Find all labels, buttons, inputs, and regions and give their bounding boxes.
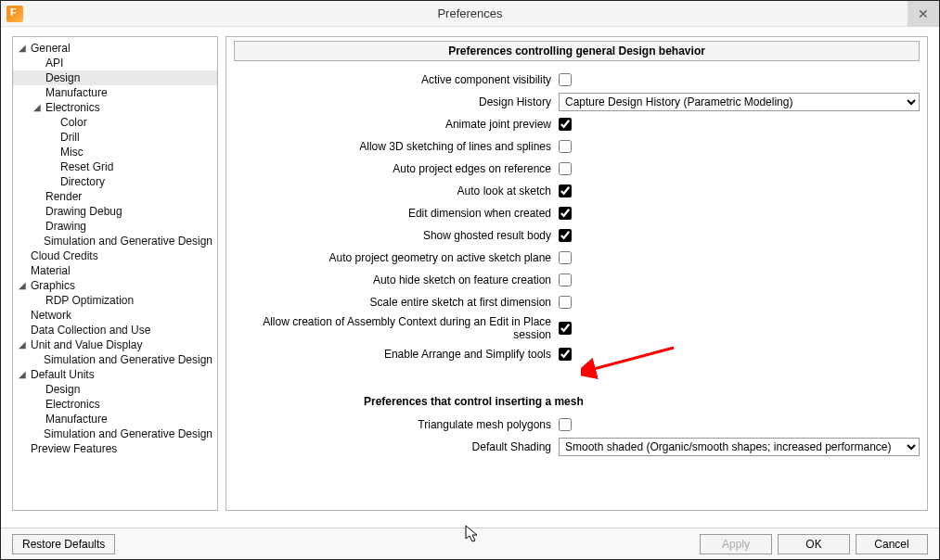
pref-control — [559, 348, 920, 361]
tree-item[interactable]: Manufacture — [32, 412, 217, 426]
pref-checkbox[interactable] — [559, 140, 572, 153]
pref-checkbox[interactable] — [559, 274, 572, 286]
pref-control — [559, 418, 920, 431]
cancel-button[interactable]: Cancel — [856, 534, 928, 554]
tree-item-label: Default Units — [28, 367, 97, 382]
tree-item-label: Drawing Debug — [43, 204, 125, 219]
pref-checkbox[interactable] — [559, 229, 572, 242]
tree-item[interactable]: ◢Graphics — [17, 278, 217, 293]
tree-item-label: Preview Features — [28, 441, 120, 456]
tree-item[interactable]: Reset Grid — [46, 159, 217, 174]
tree-collapse-icon[interactable]: ◢ — [17, 278, 28, 293]
tree-item[interactable]: Simulation and Generative Design — [32, 234, 217, 248]
tree-item[interactable]: Directory — [46, 174, 217, 189]
design-pref-rows: Active component visibilityDesign Histor… — [234, 70, 920, 363]
tree-item-label: Drill — [58, 130, 83, 145]
pref-checkbox[interactable] — [559, 118, 572, 131]
pref-row: Auto look at sketch — [234, 182, 920, 200]
pref-control — [559, 229, 920, 242]
tree-item[interactable]: ◢General — [17, 41, 217, 56]
app-icon — [6, 6, 23, 22]
tree-item-label: Render — [43, 189, 84, 204]
pref-control — [559, 185, 920, 197]
tree-item-label: Material — [28, 263, 73, 278]
pref-control — [559, 296, 920, 309]
tree-item-label: Electronics — [43, 100, 103, 115]
footer-bar: Restore Defaults Apply OK Cancel — [1, 528, 939, 559]
pref-row: Allow 3D sketching of lines and splines — [234, 137, 920, 156]
pref-checkbox[interactable] — [559, 185, 572, 197]
pref-row: Auto project edges on reference — [234, 159, 920, 178]
tree-item[interactable]: Misc — [46, 145, 217, 159]
pref-row: Animate joint preview — [234, 115, 920, 134]
pref-label: Allow creation of Assembly Context durin… — [234, 315, 559, 341]
pref-row: Default ShadingSmooth shaded (Organic/sm… — [234, 438, 920, 456]
preferences-main-panel: Preferences controlling general Design b… — [225, 36, 928, 511]
pref-checkbox[interactable] — [559, 162, 572, 175]
pref-checkbox[interactable] — [559, 296, 572, 309]
tree-item[interactable]: Manufacture — [32, 85, 217, 100]
tree-item-label: Graphics — [28, 278, 78, 293]
restore-defaults-button[interactable]: Restore Defaults — [12, 534, 115, 554]
pref-control — [559, 162, 920, 175]
tree-item[interactable]: Electronics — [32, 397, 217, 412]
tree-item[interactable]: Data Collection and Use — [17, 323, 217, 337]
tree-item-label: Simulation and Generative Design — [41, 426, 215, 441]
tree-item-label: Misc — [58, 145, 86, 159]
tree-item[interactable]: ◢Default Units — [17, 367, 217, 382]
tree-collapse-icon[interactable]: ◢ — [32, 100, 43, 115]
tree-item-label: Design — [43, 70, 83, 85]
tree-item-label: Network — [28, 308, 74, 323]
pref-row: Triangulate mesh polygons — [234, 415, 920, 434]
pref-control — [559, 274, 920, 286]
tree-item[interactable]: Preview Features — [17, 441, 217, 456]
tree-item[interactable]: Color — [46, 115, 217, 130]
pref-label: Scale entire sketch at first dimension — [234, 296, 559, 309]
pref-row: Allow creation of Assembly Context durin… — [234, 315, 920, 341]
tree-item[interactable]: API — [32, 56, 217, 70]
pref-control: Smooth shaded (Organic/smooth shapes; in… — [559, 438, 920, 456]
tree-item-label: Data Collection and Use — [28, 323, 153, 337]
tree-item[interactable]: Cloud Credits — [17, 248, 217, 263]
close-button[interactable]: ✕ — [908, 1, 939, 27]
pref-select[interactable]: Capture Design History (Parametric Model… — [559, 93, 920, 111]
tree-collapse-icon[interactable]: ◢ — [17, 41, 28, 56]
apply-button[interactable]: Apply — [700, 534, 772, 554]
pref-label: Auto look at sketch — [234, 185, 559, 197]
tree-item[interactable]: Drill — [46, 130, 217, 145]
tree-item-label: Reset Grid — [58, 159, 116, 174]
tree-item[interactable]: Material — [17, 263, 217, 278]
pref-checkbox[interactable] — [559, 418, 572, 431]
pref-label: Auto project edges on reference — [234, 162, 559, 175]
titlebar: Preferences ✕ — [1, 1, 939, 27]
pref-label: Edit dimension when created — [234, 207, 559, 220]
pref-checkbox[interactable] — [559, 348, 572, 361]
pref-checkbox[interactable] — [559, 73, 572, 86]
pref-checkbox[interactable] — [559, 207, 572, 220]
tree-item[interactable]: Simulation and Generative Design — [32, 426, 217, 441]
pref-label: Enable Arrange and Simplify tools — [234, 348, 559, 361]
pref-control — [559, 251, 920, 264]
tree-collapse-icon[interactable]: ◢ — [17, 367, 28, 382]
tree-item[interactable]: ◢Unit and Value Display — [17, 337, 217, 352]
tree-item[interactable]: Design — [12, 70, 217, 85]
pref-row: Scale entire sketch at first dimension — [234, 293, 920, 312]
tree-item[interactable]: Drawing — [32, 219, 217, 234]
tree-item[interactable]: Render — [32, 189, 217, 204]
ok-button[interactable]: OK — [778, 534, 850, 554]
tree-item[interactable]: Design — [32, 382, 217, 397]
pref-row: Enable Arrange and Simplify tools — [234, 345, 920, 363]
pref-checkbox[interactable] — [559, 322, 572, 335]
pref-checkbox[interactable] — [559, 251, 572, 264]
pref-control — [559, 322, 920, 335]
tree-item[interactable]: Drawing Debug — [32, 204, 217, 219]
tree-collapse-icon[interactable]: ◢ — [17, 337, 28, 352]
tree-item[interactable]: Network — [17, 308, 217, 323]
pref-label: Animate joint preview — [234, 118, 559, 131]
pref-control — [559, 207, 920, 220]
nav-tree-panel: ◢GeneralAPIDesignManufacture◢Electronics… — [12, 36, 218, 511]
tree-item[interactable]: ◢Electronics — [32, 100, 217, 115]
tree-item[interactable]: Simulation and Generative Design — [32, 352, 217, 367]
pref-select[interactable]: Smooth shaded (Organic/smooth shapes; in… — [559, 438, 920, 456]
tree-item[interactable]: RDP Optimization — [32, 293, 217, 308]
